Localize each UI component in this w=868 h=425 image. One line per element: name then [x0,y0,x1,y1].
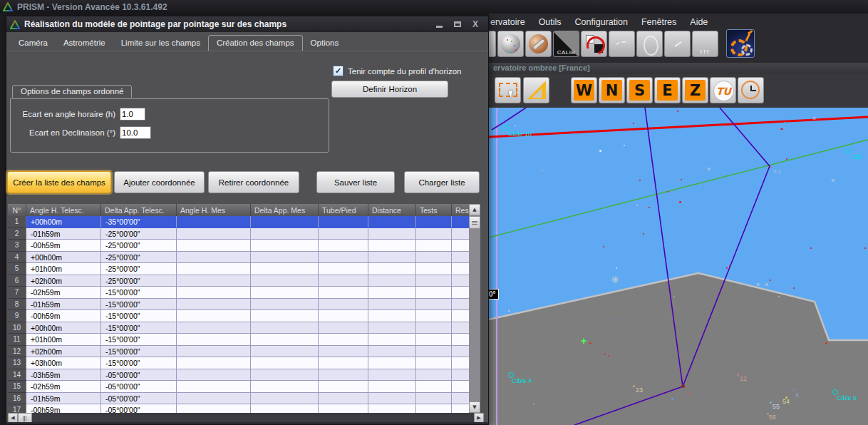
north-label: N [601,80,622,101]
star-dot [636,205,638,206]
alerts-icon[interactable]: !!! [692,31,718,57]
table-row[interactable]: 5 +01h00m -25°00'00" [8,263,469,275]
maximize-icon[interactable] [454,21,461,27]
table-row[interactable]: 12 +02h00m -15°00'00" [8,346,469,358]
table-row[interactable]: 7 -02h59m -15°00'00" [8,287,469,299]
scroll-down-button[interactable]: ▼ [469,401,480,413]
declination-step-input[interactable] [120,126,151,139]
remove-coordinate-button[interactable]: Retirer coordonnée [208,171,299,193]
table-row[interactable]: 16 -01h59m -05°00'00" [8,393,469,405]
tools-icon[interactable] [525,31,552,57]
scroll-up-button[interactable]: ▲ [469,204,480,215]
table-vertical-scrollbar[interactable]: ▲ ▼ [469,204,480,413]
curve-icon[interactable] [609,31,635,57]
table-row[interactable]: 11 +01h00m -15°00'00" [8,334,469,346]
rotate-images-icon[interactable] [581,31,607,57]
table-row[interactable]: 10 +00h00m -15°00'00" [8,322,469,334]
compass-east-button[interactable]: E [654,77,681,103]
universal-time-button[interactable]: TU [710,77,736,103]
table-row[interactable]: 14 -03h59m -05°00'00" [8,369,469,382]
menu-outils[interactable]: Outils [539,17,562,27]
table-row[interactable]: 3 -00h59m -25°00'00" [8,240,469,252]
menu-observatoire[interactable]: ervatoire [490,17,525,27]
table-row[interactable]: 6 +02h00m -25°00'00" [8,275,469,287]
table-row[interactable]: 1 +00h00m -35°00'00" [8,216,469,228]
tab-creation-champs[interactable]: Création des champs [208,35,303,51]
compass-north-button[interactable]: N [599,77,625,103]
col-header-tests[interactable]: Tests [416,204,452,216]
load-list-button[interactable]: Charger liste [404,171,480,193]
clock-button[interactable] [738,77,764,103]
cross-marker: × [831,178,835,184]
segment-icon[interactable] [664,31,691,57]
star-dot [633,123,634,124]
zenith-button[interactable]: Z [682,77,708,103]
create-fields-list-button[interactable]: Créer la liste des champs [7,171,111,193]
sky-chart-canvas[interactable]: ××××× ⊕ + Cible 10 Cible 4 Cible 5 Cibl … [489,108,868,425]
table-row[interactable]: 9 -00h59m -15°00'00" [8,310,469,322]
close-icon[interactable]: X [472,19,478,29]
col-header-distance[interactable]: Distance [368,204,416,216]
star-dot [508,310,510,312]
col-header-angle-mes[interactable]: Angle H. Mes [177,204,251,216]
scroll-left-button[interactable]: ◀ [8,413,18,423]
save-list-button[interactable]: Sauver liste [316,171,395,193]
region-outline-icon[interactable] [636,31,663,57]
tab-options[interactable]: Options [303,36,347,51]
minimize-icon[interactable] [436,26,443,28]
table-row[interactable]: 8 -01h59m -15°00'00" [8,299,469,311]
table-row[interactable]: 2 -01h59m -25°00'00" [8,228,469,240]
horizon-ground [489,273,868,425]
table-row[interactable]: 17 -00h59m -05°00'00" [8,404,469,413]
star-dot [624,145,625,146]
sky-map-window: ervatoire ombree [France] W N S E Z TU [489,63,868,425]
col-header-delta-telesc[interactable]: Delta App. Telesc. [101,204,177,216]
compass-south-button[interactable]: S [626,77,653,103]
menu-configuration[interactable]: Configuration [575,17,628,27]
west-label: W [574,80,594,101]
calibration-icon[interactable]: CALIB [553,31,579,57]
add-coordinate-button[interactable]: Ajouter coordonnée [114,171,205,193]
col-header-res[interactable]: Res. (p [452,204,469,216]
cross-marker: × [812,116,816,122]
ordered-fields-groupbox: Options de champs ordonné Ecart en angle… [10,85,329,153]
col-header-angle-telesc[interactable]: Angle H. Telesc. [26,204,101,216]
horizon-profile-checkbox[interactable]: ✓ [333,66,343,76]
toolbar-partial-icon[interactable] [489,31,496,57]
star-dot [619,312,621,314]
dialog-titlebar[interactable]: Réalisation du modèle de pointage par po… [6,16,488,32]
table-horizontal-scrollbar[interactable]: ◀ ▶ [8,413,484,423]
selection-rect-icon [499,83,517,97]
vertical-scroll-thumb[interactable] [469,216,480,229]
tab-astrometrie[interactable]: Astrométrie [56,36,113,51]
south-label: S [629,80,650,101]
menu-fenetres[interactable]: Fenêtres [641,17,676,27]
col-header-delta-mes[interactable]: Delta App. Mes [251,204,319,216]
main-toolbar: CALIB !!! [489,29,755,58]
set-square-button[interactable] [523,77,549,103]
col-header-n[interactable]: N° [8,204,26,216]
cross-marker: × [765,282,768,288]
col-header-tube-pied[interactable]: Tube/Pied [319,204,368,216]
table-row[interactable]: 13 +03h00m -15°00'00" [8,357,469,369]
selection-rectangle-button[interactable] [495,77,521,103]
table-row[interactable]: 15 -02h59m -05°00'00" [8,381,469,393]
define-horizon-button[interactable]: Definir Horizon [331,81,448,98]
star-mag-label: 0,1 [773,168,781,175]
star-dot [825,342,827,344]
hour-angle-step-input[interactable] [120,108,145,121]
star-dot [599,150,601,152]
declination-step-row: Ecart en Declinaison (°) [16,126,151,139]
star-dot [633,385,635,387]
sky-sphere-icon[interactable] [497,31,524,57]
compass-west-button[interactable]: W [571,77,597,103]
star-dot [603,246,604,247]
tab-camera[interactable]: Caméra [11,36,56,51]
horizontal-scroll-thumb[interactable] [18,413,32,423]
table-row[interactable]: 4 +00h00m -25°00'00" [8,252,469,264]
star-number-label: 23 [636,386,643,394]
menu-aide[interactable]: Aide [690,17,708,27]
tab-limite-champs[interactable]: Limite sur les champs [113,36,208,51]
automation-gears-icon[interactable] [726,29,755,58]
scroll-right-button[interactable]: ▶ [474,413,484,423]
